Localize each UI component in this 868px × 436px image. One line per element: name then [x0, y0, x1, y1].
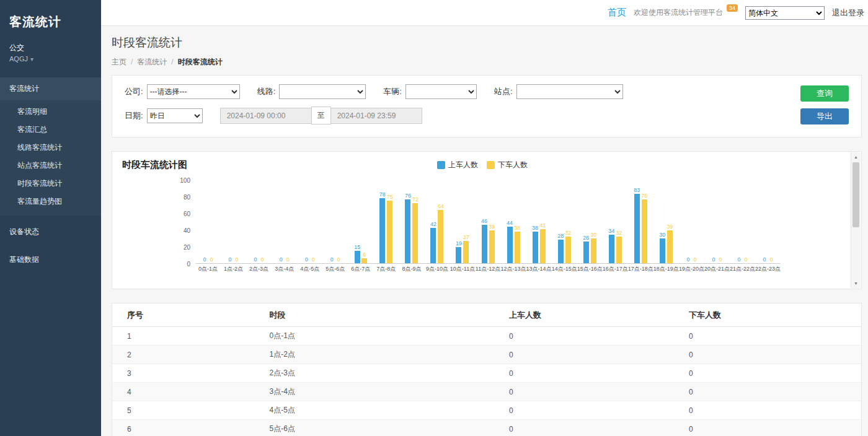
x-axis-label: 20点-21点: [704, 264, 730, 274]
query-button[interactable]: 查询: [800, 85, 849, 102]
bar-group: 3039: [653, 180, 679, 263]
line-select[interactable]: [279, 84, 366, 99]
table-cell: 0: [494, 383, 674, 401]
x-axis-label: 5点-6点: [322, 264, 348, 274]
bar: [412, 203, 418, 263]
sidebar-item-period-stats[interactable]: 时段客流统计: [0, 175, 101, 193]
company-label: 公司:: [125, 86, 143, 97]
bar-value-label: 15: [354, 244, 360, 250]
x-axis-label: 21点-22点: [730, 264, 755, 274]
date-start-input[interactable]: [220, 108, 312, 124]
date-end-input[interactable]: [330, 108, 422, 124]
org-label: 公交: [0, 39, 101, 54]
table-cell: 5点-6点: [255, 420, 495, 436]
bar-group: 8376: [628, 180, 653, 263]
breadcrumb-home[interactable]: 主页: [112, 58, 126, 66]
scroll-up-icon[interactable]: ▲: [851, 152, 861, 162]
station-select[interactable]: [516, 84, 623, 99]
bar: [361, 258, 367, 263]
breadcrumb-current: 时段客流统计: [178, 58, 223, 66]
bar-value-label: 0: [719, 256, 722, 263]
bar: [642, 199, 647, 263]
bar-value-label: 32: [565, 230, 571, 236]
x-axis: 0点-1点1点-2点2点-3点3点-4点4点-5点5点-6点6点-7点7点-8点…: [195, 264, 781, 274]
x-axis-label: 22点-23点: [755, 264, 781, 274]
bar-group: 4438: [501, 180, 526, 263]
bar-value-label: 0: [330, 256, 334, 263]
page-title: 时段客流统计: [112, 35, 862, 51]
table-row: 43点-4点00: [112, 383, 861, 401]
scroll-down-icon[interactable]: ▼: [851, 279, 861, 288]
sidebar-item-flow-detail[interactable]: 客流明细: [0, 103, 101, 121]
user-menu[interactable]: AQGJ: [0, 54, 101, 69]
bar-value-label: 34: [608, 228, 614, 234]
sidebar-item-base-data[interactable]: 基础数据: [0, 248, 101, 271]
bar-group: 00: [322, 180, 348, 263]
table-cell: 3: [112, 364, 255, 383]
x-axis-label: 16点-17点: [603, 264, 628, 274]
breadcrumb-stats[interactable]: 客流统计: [137, 58, 167, 66]
bar-group: 7672: [399, 180, 424, 263]
y-tick-label: 60: [184, 211, 190, 217]
main-area: 首页 欢迎使用客流统计管理平台 34 简体中文 退出登录 时段客流统计 主页客流…: [101, 0, 868, 436]
bar-group: 00: [272, 180, 297, 263]
y-tick-label: 0: [187, 261, 190, 268]
sidebar-item-flow-summary[interactable]: 客流汇总: [0, 121, 101, 139]
sidebar: 客流统计 公交 AQGJ 客流统计 客流明细 客流汇总 线路客流统计 站点客流统…: [0, 0, 101, 436]
sidebar-item-passenger-stats[interactable]: 客流统计: [0, 77, 101, 100]
chart-scrollbar[interactable]: ▲ ▼: [851, 152, 861, 288]
bar-value-label: 0: [312, 256, 315, 263]
sidebar-item-trend-chart[interactable]: 客流量趋势图: [0, 193, 101, 211]
y-tick-label: 20: [184, 244, 190, 251]
legend-item-alighting[interactable]: 下车人数: [487, 160, 528, 170]
date-filter: 日期: 昨日: [125, 108, 203, 123]
bar: [482, 225, 487, 263]
bar: [515, 232, 520, 263]
sidebar-item-line-stats[interactable]: 线路客流统计: [0, 139, 101, 157]
bar-value-label: 27: [463, 234, 469, 240]
bar-value-label: 44: [507, 220, 513, 226]
logout-link[interactable]: 退出登录: [832, 7, 864, 19]
date-preset-select[interactable]: 昨日: [147, 108, 203, 123]
bar: [533, 232, 538, 263]
vehicle-select[interactable]: [405, 84, 477, 99]
bar-value-label: 42: [430, 221, 436, 227]
home-link[interactable]: 首页: [608, 7, 626, 19]
chart-legend: 上车人数 下车人数: [437, 160, 528, 170]
scroll-thumb[interactable]: [852, 162, 859, 227]
bar-group: 00: [221, 180, 246, 263]
bar-value-label: 0: [280, 256, 283, 263]
bar-value-label: 26: [583, 235, 589, 241]
table-cell: 4点-5点: [255, 401, 495, 420]
sidebar-item-station-stats[interactable]: 站点客流统计: [0, 157, 101, 175]
table-cell: 2: [112, 346, 255, 364]
submenu-passenger-stats: 客流明细 客流汇总 线路客流统计 站点客流统计 时段客流统计 客流量趋势图: [0, 100, 101, 216]
x-axis-label: 17点-18点: [628, 264, 653, 274]
x-axis-label: 19点-20点: [679, 264, 704, 274]
app-title: 客流统计: [0, 0, 101, 39]
export-button[interactable]: 导出: [800, 108, 849, 124]
filter-row-2: 日期: 昨日 至: [125, 107, 623, 124]
bar-value-label: 39: [666, 224, 673, 230]
bar-value-label: 0: [737, 256, 740, 263]
sidebar-item-device-status[interactable]: 设备状态: [0, 220, 101, 243]
bar: [591, 238, 596, 264]
chart-card: 时段车流统计图 上车人数 下车人数 020406080100 000000000…: [112, 151, 862, 289]
bar-group: 00: [730, 180, 755, 263]
col-header-boarding: 上车人数: [494, 303, 674, 327]
x-axis-label: 6点-7点: [348, 264, 373, 274]
bar-chart: 020406080100 000000000000156787576724264…: [122, 180, 843, 274]
table-cell: 0: [674, 364, 861, 383]
language-select[interactable]: 简体中文: [745, 6, 825, 20]
station-label: 站点:: [494, 86, 513, 97]
bar-value-label: 0: [254, 256, 257, 263]
company-select[interactable]: ---请选择---: [147, 84, 240, 99]
x-axis-label: 1点-2点: [221, 264, 246, 274]
breadcrumb-separator: [126, 58, 137, 66]
x-axis-label: 8点-9点: [399, 264, 424, 274]
y-tick-label: 80: [184, 194, 190, 201]
notification-badge: 34: [727, 4, 738, 12]
table-cell: 1: [112, 327, 255, 346]
legend-item-boarding[interactable]: 上车人数: [437, 160, 478, 170]
bar: [565, 237, 571, 263]
